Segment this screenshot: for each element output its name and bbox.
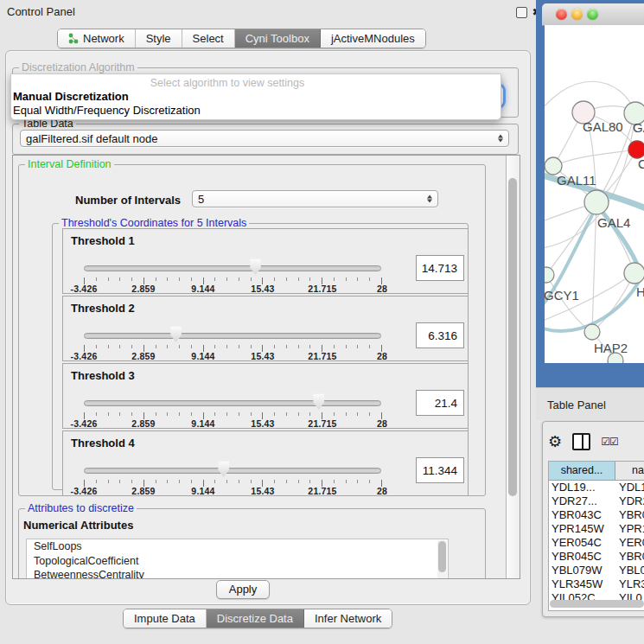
- algorithm-dropdown-popup: Select algorithm to view settings Manual…: [10, 73, 501, 120]
- slider-track: [84, 265, 381, 271]
- num-intervals-label: Number of Intervals: [75, 194, 181, 207]
- tab-discretize-data[interactable]: Discretize Data: [207, 609, 304, 628]
- tab-cyni-toolbox[interactable]: Cyni Toolbox: [235, 29, 321, 48]
- settings-scrollbar[interactable]: [506, 156, 520, 578]
- table-panel-title: Table Panel: [547, 399, 606, 411]
- numerical-attributes-list[interactable]: SelfLoops TopologicalCoefficient Between…: [26, 539, 449, 579]
- node-gal11[interactable]: [545, 157, 562, 175]
- list-item[interactable]: SelfLoops: [27, 539, 448, 554]
- tab-style[interactable]: Style: [136, 29, 182, 48]
- table-horizontal-scrollbar[interactable]: [550, 600, 644, 608]
- column-view-icon[interactable]: [572, 433, 590, 450]
- table-header-row: shared... na: [549, 462, 644, 481]
- tab-select[interactable]: Select: [182, 29, 235, 48]
- checkbox-icons[interactable]: ☑☑: [601, 436, 618, 448]
- network-canvas[interactable]: GAL80 GA C GAL11 GAL4 GCY1 H HAP2: [545, 25, 644, 363]
- bottom-tab-bar: Impute Data Discretize Data Infer Networ…: [123, 609, 392, 628]
- apply-button[interactable]: Apply: [216, 580, 270, 599]
- node-label: GCY1: [545, 288, 579, 303]
- threshold-3-slider[interactable]: [84, 395, 381, 411]
- slider-track: [84, 333, 381, 339]
- threshold-2-panel: Threshold 2 -3.426 2.859 9.144 15.43 21.…: [62, 296, 469, 361]
- threshold-3-panel: Threshold 3 -3.426 2.859 9.144 15.43 21.…: [62, 363, 469, 429]
- tab-infer-network[interactable]: Infer Network: [304, 609, 392, 628]
- column-header-shared-name[interactable]: shared...: [549, 462, 615, 480]
- table-row[interactable]: YBR043CYBR0: [549, 508, 644, 522]
- table-toolbar: ⚙ ☑☑: [548, 427, 644, 456]
- network-graph: GAL80 GA C GAL11 GAL4 GCY1 H HAP2: [545, 25, 644, 363]
- table-row[interactable]: YDL19...YDL1: [549, 481, 644, 494]
- threshold-3-label: Threshold 3: [71, 369, 135, 382]
- slider-thumb[interactable]: [249, 258, 262, 275]
- threshold-4-panel: Threshold 4 -3.426 2.859 9.144 15.43 21.…: [62, 430, 469, 496]
- node-table[interactable]: shared... na YDL19...YDL1 YDR27...YDR2 Y…: [548, 461, 644, 611]
- table-row[interactable]: YPR145WYPR1: [549, 522, 644, 536]
- threshold-2-value-field[interactable]: 6.316: [416, 322, 464, 348]
- node-gcy1[interactable]: [545, 267, 554, 283]
- slider-thumb[interactable]: [169, 326, 182, 342]
- network-icon: [68, 33, 79, 44]
- panel-title: Control Panel: [7, 5, 75, 18]
- node-selected-red[interactable]: [628, 141, 644, 158]
- threshold-3-value-field[interactable]: 21.4: [416, 390, 464, 416]
- node-h[interactable]: [624, 263, 644, 284]
- threshold-2-slider[interactable]: [84, 328, 381, 343]
- threshold-1-value-field[interactable]: 14.713: [416, 255, 464, 281]
- node-hap2[interactable]: [584, 324, 600, 340]
- threshold-1-panel: Threshold 1 -3.426 2.859 9.144 15.43 21.…: [62, 228, 469, 294]
- node-label: GAL80: [583, 119, 623, 134]
- list-scrollbar[interactable]: [437, 540, 447, 579]
- table-row[interactable]: YDR27...YDR2: [549, 494, 644, 508]
- table-data-combobox[interactable]: galFiltered.sif default node: [20, 130, 509, 147]
- node-label: GA: [633, 120, 644, 135]
- network-window: GAL80 GA C GAL11 GAL4 GCY1 H HAP2: [536, 0, 644, 387]
- slider-tick-labels: -3.426 2.859 9.144 15.43 21.715 28: [84, 351, 382, 360]
- table-row[interactable]: YBL079WYBL0: [549, 564, 644, 577]
- gear-icon[interactable]: ⚙: [548, 434, 562, 450]
- node-label: C: [638, 156, 644, 171]
- table-row[interactable]: YBR045CYBR0: [549, 550, 644, 564]
- num-intervals-combobox[interactable]: 5: [192, 190, 438, 207]
- dropdown-option-equal-width-frequency[interactable]: Equal Width/Frequency Discretization: [13, 104, 201, 117]
- dropdown-hint: Select algorithm to view settings: [11, 77, 443, 89]
- slider-thumb[interactable]: [217, 461, 230, 477]
- close-traffic-light-icon[interactable]: [556, 9, 567, 20]
- threshold-1-label: Threshold 1: [71, 234, 135, 247]
- column-header-name[interactable]: na: [615, 462, 644, 480]
- table-panel-titlebar: Table Panel: [536, 387, 644, 420]
- node-label: GAL4: [597, 215, 630, 230]
- zoom-traffic-light-icon[interactable]: [587, 9, 598, 20]
- slider-thumb[interactable]: [312, 393, 325, 410]
- network-window-titlebar[interactable]: [542, 3, 644, 26]
- slider-tick-labels: -3.426 2.859 9.144 15.43 21.715 28: [84, 284, 382, 293]
- scrollbar-thumb[interactable]: [508, 178, 517, 496]
- threshold-1-slider[interactable]: [84, 260, 381, 276]
- interval-definition-group-title: Interval Definition: [25, 158, 114, 170]
- numerical-attributes-label: Numerical Attributes: [23, 519, 133, 532]
- threshold-4-value-field[interactable]: 11.344: [416, 457, 464, 483]
- screen: Control Panel ✖ Network Style Select Cyn…: [0, 0, 644, 644]
- slider-track: [84, 400, 381, 406]
- tab-network[interactable]: Network: [58, 29, 136, 48]
- thresholds-group-title: Threshold's Coordinates for 5 Intervals: [59, 217, 249, 229]
- slider-track: [84, 468, 381, 474]
- table-row[interactable]: YLR345WYLR3: [549, 577, 644, 591]
- tab-impute-data[interactable]: Impute Data: [124, 609, 207, 628]
- attributes-group-title: Attributes to discretize: [25, 502, 137, 514]
- attributes-group: Attributes to discretize Numerical Attri…: [18, 508, 486, 579]
- dropdown-option-manual-discretization[interactable]: Manual Discretization: [13, 90, 129, 103]
- table-row[interactable]: YER054CYER0: [549, 536, 644, 550]
- list-item[interactable]: BetweennessCentrality: [27, 568, 448, 579]
- node-gal4[interactable]: [584, 190, 609, 214]
- tab-jactivemnodules[interactable]: jActiveMNodules: [321, 29, 425, 48]
- threshold-2-label: Threshold 2: [71, 302, 135, 315]
- table-data-selected: galFiltered.sif default node: [26, 132, 157, 145]
- combo-arrows-icon: [427, 195, 432, 203]
- float-window-icon[interactable]: [516, 7, 527, 18]
- combo-arrows-icon: [498, 135, 503, 143]
- threshold-4-slider[interactable]: [84, 462, 381, 478]
- slider-tick-labels: -3.426 2.859 9.144 15.43 21.715 28: [84, 418, 382, 428]
- top-tab-bar: Network Style Select Cyni Toolbox jActiv…: [57, 29, 426, 48]
- minimize-traffic-light-icon[interactable]: [571, 9, 583, 20]
- list-item[interactable]: TopologicalCoefficient: [27, 554, 448, 569]
